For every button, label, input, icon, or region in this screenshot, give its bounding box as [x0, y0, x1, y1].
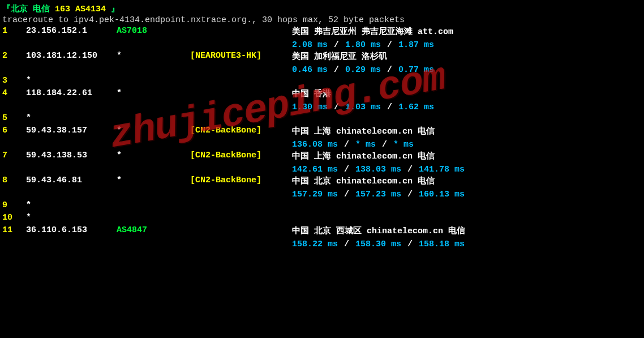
traceroute-header-target: 『北京 电信 163 AS4134 』: [2, 3, 642, 14]
hop-location: 中国 北京 chinatelecom.cn 电信: [292, 176, 435, 186]
latency-value: 1.30 ms: [292, 102, 328, 112]
separator: /: [402, 165, 418, 174]
separator: /: [382, 65, 397, 75]
hop-row: 5*: [2, 113, 642, 126]
isp-tag: 163 AS4134: [55, 5, 106, 14]
hop-latency: 158.22 ms / 158.30 ms / 158.18 ms: [292, 239, 465, 249]
traceroute-output: 123.156.152.1AS7018美国 弗吉尼亚州 弗吉尼亚海滩 att.c…: [2, 26, 642, 250]
hop-ip: *: [26, 113, 117, 123]
hop-row: 859.43.46.81*[CN2-BackBone]中国 北京 chinate…: [2, 176, 642, 188]
hop-location: 美国 弗吉尼亚州 弗吉尼亚海滩 att.com: [292, 26, 453, 37]
latency-value: 160.13 ms: [419, 190, 465, 199]
separator: /: [329, 102, 344, 112]
hop-ip: 36.110.6.153: [26, 225, 117, 235]
hop-latency: 0.46 ms / 0.29 ms / 0.77 ms: [292, 65, 434, 75]
hop-row: 659.43.38.157*[CN2-BackBone]中国 上海 chinat…: [2, 126, 642, 138]
hop-ip: *: [26, 213, 117, 223]
separator: /: [339, 190, 354, 199]
hop-number: 2: [2, 51, 26, 61]
hop-latency-row: 157.29 ms / 157.23 ms / 160.13 ms: [2, 188, 642, 200]
latency-value: 142.61 ms: [292, 165, 338, 174]
hop-asn: *: [117, 151, 190, 160]
separator: /: [329, 65, 344, 75]
latency-value: 1.80 ms: [345, 40, 381, 50]
separator: /: [339, 239, 354, 249]
hop-location: 中国 北京 西城区 chinatelecom.cn 电信: [292, 225, 465, 236]
hop-ip: 59.43.38.157: [26, 126, 117, 135]
hop-number: 6: [2, 126, 26, 135]
separator: /: [377, 140, 392, 149]
hop-latency-row: 2.08 ms / 1.80 ms / 1.87 ms: [2, 38, 642, 51]
latency-value: 158.30 ms: [355, 239, 401, 249]
hop-location: 中国 上海 chinatelecom.cn 电信: [292, 126, 435, 136]
hop-latency: 136.08 ms / * ms / * ms: [292, 140, 414, 149]
separator: /: [329, 40, 344, 50]
hop-asn: *: [117, 88, 190, 98]
hop-ip: 118.184.22.61: [26, 88, 117, 98]
latency-value: 158.22 ms: [292, 239, 338, 249]
latency-value: 141.78 ms: [419, 165, 465, 174]
latency-value: 138.03 ms: [355, 165, 401, 174]
latency-value: 2.08 ms: [292, 40, 328, 50]
hop-number: 10: [2, 213, 26, 223]
hop-location: 中国 上海 chinatelecom.cn 电信: [292, 151, 435, 161]
hop-ip: 103.181.12.150: [26, 51, 117, 61]
hop-number: 3: [2, 76, 26, 85]
latency-value: 0.77 ms: [398, 65, 434, 75]
hop-latency-row: 158.22 ms / 158.30 ms / 158.18 ms: [2, 238, 642, 250]
hop-latency-row: 1.30 ms / 1.03 ms / 1.62 ms: [2, 101, 642, 113]
traceroute-command-line: traceroute to ipv4.pek-4134.endpoint.nxt…: [2, 15, 642, 25]
hop-ip: 23.156.152.1: [26, 26, 117, 36]
separator: /: [382, 40, 397, 50]
hop-network-tag: [CN2-BackBone]: [190, 126, 292, 135]
hop-network-tag: [NEAROUTE3-HK]: [190, 51, 292, 61]
separator: /: [382, 102, 397, 112]
latency-value: * ms: [393, 140, 414, 149]
hop-network-tag: [CN2-BackBone]: [190, 151, 292, 160]
latency-value: 0.29 ms: [345, 65, 381, 75]
latency-value: 1.62 ms: [398, 102, 434, 112]
hop-number: 9: [2, 200, 26, 210]
hop-latency: 2.08 ms / 1.80 ms / 1.87 ms: [292, 40, 434, 50]
hop-row: 1136.110.6.153AS4847中国 北京 西城区 chinatelec…: [2, 225, 642, 238]
hop-latency: 142.61 ms / 138.03 ms / 141.78 ms: [292, 165, 465, 174]
latency-value: 1.87 ms: [398, 40, 434, 50]
hop-ip: 59.43.138.53: [26, 151, 117, 160]
separator: /: [402, 239, 418, 249]
hop-location: 美国 加利福尼亚 洛杉矶: [292, 51, 387, 62]
hop-number: 1: [2, 26, 26, 36]
separator: /: [339, 140, 354, 149]
hop-number: 5: [2, 113, 26, 123]
hop-location: 中国 香港: [292, 88, 331, 99]
hop-row: 2103.181.12.150*[NEAROUTE3-HK]美国 加利福尼亚 洛…: [2, 51, 642, 63]
latency-value: 158.18 ms: [419, 239, 465, 249]
hop-number: 11: [2, 225, 26, 235]
latency-value: 1.03 ms: [345, 102, 381, 112]
hop-row: 9*: [2, 200, 642, 213]
latency-value: 0.46 ms: [292, 65, 328, 75]
hop-network-tag: [CN2-BackBone]: [190, 176, 292, 185]
hop-asn: AS4847: [117, 225, 190, 235]
hop-row: 10*: [2, 213, 642, 225]
hop-row: 123.156.152.1AS7018美国 弗吉尼亚州 弗吉尼亚海滩 att.c…: [2, 26, 642, 38]
hop-row: 759.43.138.53*[CN2-BackBone]中国 上海 chinat…: [2, 151, 642, 163]
hop-latency-row: 0.46 ms / 0.29 ms / 0.77 ms: [2, 63, 642, 76]
hop-row: 4118.184.22.61*中国 香港: [2, 88, 642, 101]
hop-latency: 157.29 ms / 157.23 ms / 160.13 ms: [292, 190, 465, 199]
latency-value: 157.23 ms: [355, 190, 401, 199]
hop-asn: *: [117, 126, 190, 135]
hop-number: 4: [2, 88, 26, 98]
hop-row: 3*: [2, 76, 642, 88]
hop-ip: *: [26, 76, 117, 85]
latency-value: * ms: [355, 140, 376, 149]
hop-ip: *: [26, 200, 117, 210]
hop-latency-row: 136.08 ms / * ms / * ms: [2, 138, 642, 151]
separator: /: [402, 190, 418, 199]
latency-value: 157.29 ms: [292, 190, 338, 199]
separator: /: [339, 165, 354, 174]
hop-asn: *: [117, 51, 190, 61]
hop-latency: 1.30 ms / 1.03 ms / 1.62 ms: [292, 102, 434, 112]
hop-asn: *: [117, 176, 190, 185]
hop-number: 8: [2, 176, 26, 185]
hop-number: 7: [2, 151, 26, 160]
